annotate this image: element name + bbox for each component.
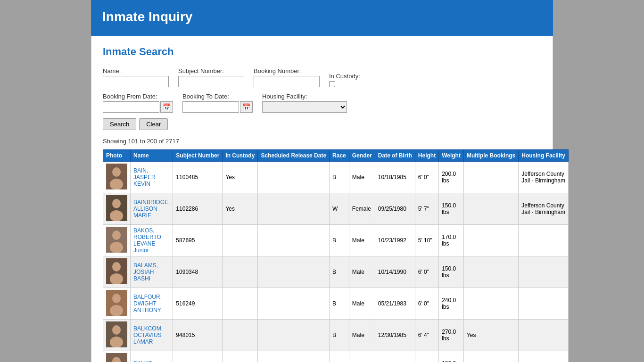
cell-name[interactable]: BAKOS, ROBERTO LEVANE Junior [131,225,173,256]
col-photo: Photo [103,150,131,162]
inmate-name-link[interactable]: BAINBRIDGE, ALLISON MARIE [133,199,170,219]
cell-housing-facility: Jefferson County Jail - Birmingham [519,193,569,225]
cell-subject-number: 1090348 [173,256,223,288]
svg-point-1 [112,167,121,177]
svg-point-5 [110,210,123,221]
booking-from-input[interactable] [103,101,159,113]
cell-in-custody [223,256,258,288]
clear-button[interactable]: Clear [139,118,168,130]
in-custody-checkbox[interactable] [329,81,335,87]
cell-subject-number: 587695 [173,225,223,256]
booking-from-label: Booking From Date: [103,93,173,100]
cell-dob: 08/18/1963 [375,351,415,362]
cell-scheduled-release [258,288,330,320]
booking-to-input[interactable] [182,101,239,113]
cell-housing-facility [519,351,569,362]
cell-race: B [330,225,349,256]
name-input[interactable] [103,76,169,87]
cell-scheduled-release [258,320,330,351]
cell-name[interactable]: BAINBRIDGE, ALLISON MARIE [131,193,173,225]
cell-name[interactable]: BALKCOM, OCTAVIUS LAMAR [131,320,173,351]
cell-scheduled-release [258,351,330,362]
svg-point-8 [110,242,123,253]
cell-weight: 200.0 lbs [439,162,464,193]
cell-in-custody [223,225,258,256]
booking-to-field-group: Booking To Date: 📅 [182,93,253,113]
svg-point-11 [110,273,123,284]
cell-photo [103,256,131,288]
cell-dob: 09/25/1980 [375,193,415,225]
cell-multiple-bookings [463,288,518,320]
col-race: Race [330,150,349,162]
cell-dob: 10/14/1990 [375,256,415,288]
booking-from-calendar-icon[interactable]: 📅 [160,101,173,113]
svg-point-16 [112,325,121,335]
booking-from-field-group: Booking From Date: 📅 [103,93,173,113]
cell-scheduled-release [258,225,330,256]
inmate-name-link[interactable]: BAKOS, ROBERTO LEVANE Junior [133,227,161,254]
booking-number-input[interactable] [254,76,320,87]
cell-photo [103,162,131,193]
cell-name[interactable]: BALFOUR, DWIGHT ANTHONY [131,288,173,320]
cell-subject-number: 948015 [173,320,223,351]
inmate-name-link[interactable]: BALAMS, JOSIAH BASHI [133,262,158,282]
search-button[interactable]: Search [103,118,136,130]
booking-to-calendar-icon[interactable]: 📅 [240,101,253,113]
cell-race: B [330,288,349,320]
cell-in-custody [223,320,258,351]
cell-housing-facility [519,225,569,256]
cell-photo [103,320,131,351]
housing-facility-label: Housing Facility: [262,93,347,100]
cell-scheduled-release [258,193,330,225]
cell-in-custody: Yes [223,193,258,225]
cell-in-custody: Yes [223,162,258,193]
cell-dob: 10/23/1992 [375,225,415,256]
search-form: Name: Subject Number: Booking Number: In… [103,67,541,130]
cell-weight: 180.0 lbs [439,351,464,362]
cell-photo [103,351,131,362]
cell-photo [103,288,131,320]
name-label: Name: [103,67,169,74]
cell-height: 6' 0" [415,288,438,320]
cell-name[interactable]: BALAMS, JOSIAH BASHI [131,256,173,288]
inmate-name-link[interactable]: BAIN, JASPER KEVIN [133,167,156,187]
results-count: Showing 101 to 200 of 2717 [103,138,541,145]
booking-number-field-group: Booking Number: [254,67,320,87]
cell-multiple-bookings: Yes [463,320,518,351]
cell-photo [103,193,131,225]
col-in-custody: In Custody [223,150,258,162]
cell-housing-facility [519,288,569,320]
cell-height: 6' 0" [415,256,438,288]
cell-race: B [330,256,349,288]
cell-multiple-bookings: Yes [463,351,518,362]
inmate-name-link[interactable]: BALKO, TERRY ALAN [133,360,168,362]
svg-point-10 [112,262,121,272]
cell-in-custody [223,351,258,362]
subject-number-input[interactable] [178,76,244,87]
cell-name[interactable]: BALKO, TERRY ALAN [131,351,173,362]
cell-in-custody [223,288,258,320]
inmate-name-link[interactable]: BALFOUR, DWIGHT ANTHONY [133,294,162,313]
cell-name[interactable]: BAIN, JASPER KEVIN [131,162,173,193]
subject-number-field-group: Subject Number: [178,67,244,87]
inmate-name-link[interactable]: BALKCOM, OCTAVIUS LAMAR [133,325,163,345]
col-multiple-bookings: Multiple Bookings [463,150,518,162]
cell-subject-number: 1100576 [173,351,223,362]
cell-gender: Male [349,162,375,193]
cell-subject-number: 516249 [173,288,223,320]
cell-weight: 150.0 lbs [439,256,464,288]
cell-height: 5' 11" [415,351,438,362]
table-row: BALKCOM, OCTAVIUS LAMAR948015BMale12/30/… [103,320,569,351]
cell-race: W [330,193,349,225]
cell-multiple-bookings [463,225,518,256]
app-title: Inmate Inquiry [102,9,542,25]
cell-race: B [330,320,349,351]
housing-facility-select[interactable]: Jefferson County Jail - Birmingham Jeffe… [262,101,347,113]
cell-multiple-bookings [463,256,518,288]
booking-from-wrapper: 📅 [103,101,173,113]
table-row: BAKOS, ROBERTO LEVANE Junior587695BMale1… [103,225,569,256]
cell-housing-facility [519,256,569,288]
cell-subject-number: 1100485 [173,162,223,193]
results-table: Photo Name Subject Number In Custody Sch… [103,149,569,362]
col-height: Height [415,150,438,162]
